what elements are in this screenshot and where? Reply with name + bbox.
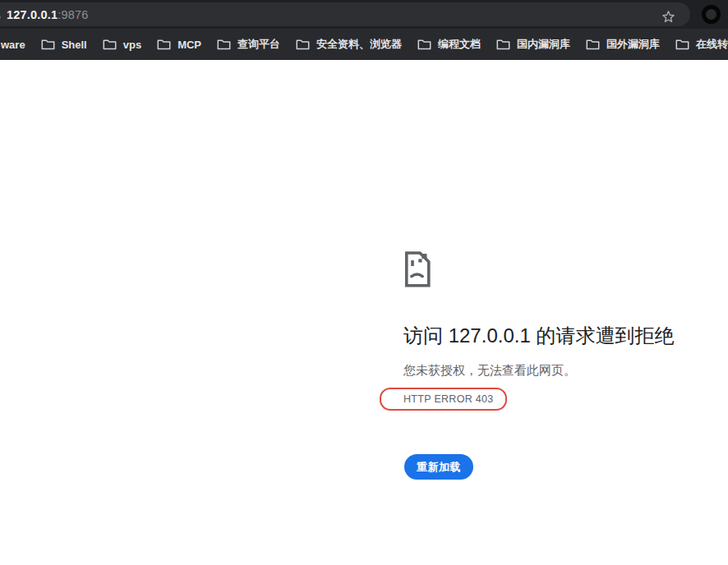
bookmark-label: 国外漏洞库 (606, 37, 660, 52)
bookmark-item-ware[interactable]: ware (1, 39, 25, 51)
bookmark-label: Shell (62, 39, 87, 51)
folder-icon (41, 39, 55, 50)
bookmark-folder-foreign-vuln-db[interactable]: 国外漏洞库 (586, 37, 660, 52)
bookmark-label: 编程文档 (438, 37, 481, 52)
url-host: 127.0.0.1 (7, 8, 58, 21)
bookmark-folder-vps[interactable]: vps (103, 39, 141, 51)
profile-avatar[interactable] (702, 5, 721, 24)
folder-icon (217, 39, 231, 50)
folder-icon (675, 39, 689, 50)
bookmark-label: vps (123, 39, 141, 51)
reload-button[interactable]: 重新加载 (404, 454, 473, 480)
bookmark-label: ware (1, 39, 25, 51)
bookmark-folder-security-browser[interactable]: 安全资料、浏览器 (296, 37, 402, 52)
bookmark-folder-shell[interactable]: Shell (41, 39, 87, 51)
url-port: :9876 (58, 8, 88, 21)
error-code-annotation-box: HTTP ERROR 403 (380, 388, 507, 411)
folder-icon (103, 39, 117, 50)
browser-window: 127.0.0.1:9876 ware Shell vps MCP (0, 0, 728, 565)
browser-toolbar: 127.0.0.1:9876 (0, 0, 728, 29)
address-bar[interactable]: 127.0.0.1:9876 (0, 2, 690, 26)
bookmarks-bar: ware Shell vps MCP 查询平台 安全资料、浏览器 编程文档 (0, 29, 728, 60)
bookmark-label: MCP (177, 39, 201, 51)
bookmark-star-icon[interactable] (661, 9, 676, 25)
url-display[interactable]: 127.0.0.1:9876 (7, 2, 89, 26)
bookmark-folder-programming-docs[interactable]: 编程文档 (417, 37, 481, 52)
error-title: 访问 127.0.0.1 的请求遭到拒绝 (403, 323, 674, 349)
bookmark-label: 国内漏洞库 (517, 37, 570, 52)
bookmark-folder-mcp[interactable]: MCP (157, 39, 201, 51)
folder-icon (496, 39, 510, 50)
bookmark-folder-cn-vuln-db[interactable]: 国内漏洞库 (496, 37, 570, 52)
folder-icon (586, 39, 600, 50)
error-message: 您未获授权，无法查看此网页。 (403, 363, 576, 379)
reload-button-label: 重新加载 (417, 460, 461, 475)
error-page: 访问 127.0.0.1 的请求遭到拒绝 您未获授权，无法查看此网页。 HTTP… (0, 60, 728, 565)
bookmark-folder-online-converter[interactable]: 在线转格式 (675, 37, 728, 52)
error-code-text: HTTP ERROR 403 (381, 393, 494, 405)
sad-file-icon (403, 251, 431, 291)
bookmark-folder-query-platform[interactable]: 查询平台 (217, 37, 280, 52)
bookmark-label: 查询平台 (237, 37, 280, 52)
bookmark-label: 在线转格式 (696, 37, 728, 52)
bookmark-label: 安全资料、浏览器 (316, 37, 402, 52)
folder-icon (157, 39, 171, 50)
site-info-icon[interactable] (0, 11, 1, 24)
folder-icon (417, 39, 431, 50)
folder-icon (296, 39, 310, 50)
